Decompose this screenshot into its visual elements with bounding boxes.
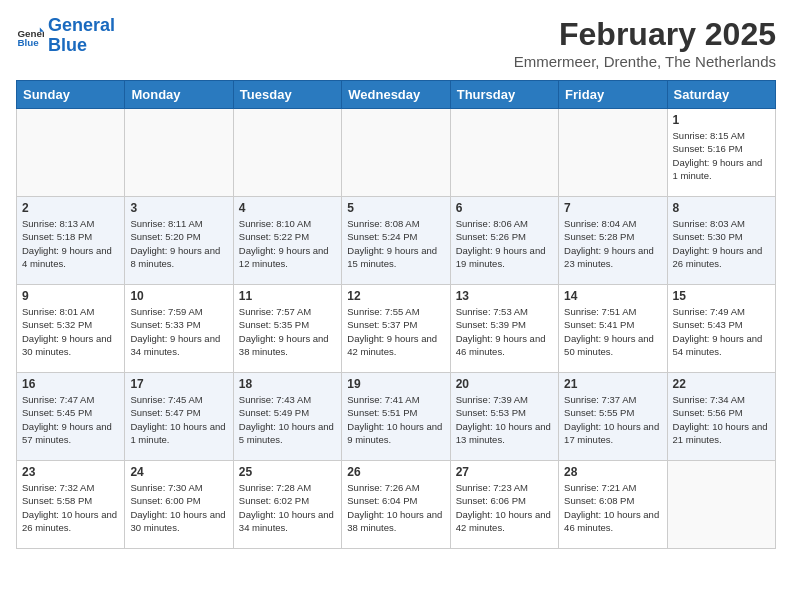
day-number: 1	[673, 113, 770, 127]
calendar-cell: 2Sunrise: 8:13 AM Sunset: 5:18 PM Daylig…	[17, 197, 125, 285]
day-info: Sunrise: 7:37 AM Sunset: 5:55 PM Dayligh…	[564, 393, 661, 446]
calendar-cell: 3Sunrise: 8:11 AM Sunset: 5:20 PM Daylig…	[125, 197, 233, 285]
calendar-cell: 23Sunrise: 7:32 AM Sunset: 5:58 PM Dayli…	[17, 461, 125, 549]
day-info: Sunrise: 7:57 AM Sunset: 5:35 PM Dayligh…	[239, 305, 336, 358]
day-number: 11	[239, 289, 336, 303]
calendar: SundayMondayTuesdayWednesdayThursdayFrid…	[16, 80, 776, 549]
day-number: 7	[564, 201, 661, 215]
day-info: Sunrise: 8:15 AM Sunset: 5:16 PM Dayligh…	[673, 129, 770, 182]
calendar-cell	[125, 109, 233, 197]
day-number: 16	[22, 377, 119, 391]
calendar-cell: 20Sunrise: 7:39 AM Sunset: 5:53 PM Dayli…	[450, 373, 558, 461]
day-info: Sunrise: 8:04 AM Sunset: 5:28 PM Dayligh…	[564, 217, 661, 270]
calendar-cell: 7Sunrise: 8:04 AM Sunset: 5:28 PM Daylig…	[559, 197, 667, 285]
calendar-cell: 1Sunrise: 8:15 AM Sunset: 5:16 PM Daylig…	[667, 109, 775, 197]
month-title: February 2025	[514, 16, 776, 53]
day-info: Sunrise: 8:03 AM Sunset: 5:30 PM Dayligh…	[673, 217, 770, 270]
day-info: Sunrise: 7:30 AM Sunset: 6:00 PM Dayligh…	[130, 481, 227, 534]
calendar-week-row: 9Sunrise: 8:01 AM Sunset: 5:32 PM Daylig…	[17, 285, 776, 373]
col-header-saturday: Saturday	[667, 81, 775, 109]
calendar-cell: 13Sunrise: 7:53 AM Sunset: 5:39 PM Dayli…	[450, 285, 558, 373]
day-info: Sunrise: 7:47 AM Sunset: 5:45 PM Dayligh…	[22, 393, 119, 446]
day-number: 22	[673, 377, 770, 391]
day-info: Sunrise: 7:34 AM Sunset: 5:56 PM Dayligh…	[673, 393, 770, 446]
col-header-friday: Friday	[559, 81, 667, 109]
col-header-monday: Monday	[125, 81, 233, 109]
svg-text:Blue: Blue	[17, 37, 39, 48]
day-info: Sunrise: 7:49 AM Sunset: 5:43 PM Dayligh…	[673, 305, 770, 358]
day-number: 2	[22, 201, 119, 215]
calendar-cell: 11Sunrise: 7:57 AM Sunset: 5:35 PM Dayli…	[233, 285, 341, 373]
day-info: Sunrise: 7:41 AM Sunset: 5:51 PM Dayligh…	[347, 393, 444, 446]
calendar-cell: 15Sunrise: 7:49 AM Sunset: 5:43 PM Dayli…	[667, 285, 775, 373]
day-info: Sunrise: 7:21 AM Sunset: 6:08 PM Dayligh…	[564, 481, 661, 534]
day-info: Sunrise: 8:11 AM Sunset: 5:20 PM Dayligh…	[130, 217, 227, 270]
col-header-wednesday: Wednesday	[342, 81, 450, 109]
calendar-week-row: 23Sunrise: 7:32 AM Sunset: 5:58 PM Dayli…	[17, 461, 776, 549]
calendar-cell	[233, 109, 341, 197]
day-info: Sunrise: 7:59 AM Sunset: 5:33 PM Dayligh…	[130, 305, 227, 358]
calendar-cell: 10Sunrise: 7:59 AM Sunset: 5:33 PM Dayli…	[125, 285, 233, 373]
logo: General Blue General Blue	[16, 16, 115, 56]
calendar-cell: 26Sunrise: 7:26 AM Sunset: 6:04 PM Dayli…	[342, 461, 450, 549]
logo-general: General	[48, 15, 115, 35]
calendar-week-row: 16Sunrise: 7:47 AM Sunset: 5:45 PM Dayli…	[17, 373, 776, 461]
day-number: 15	[673, 289, 770, 303]
calendar-header-row: SundayMondayTuesdayWednesdayThursdayFrid…	[17, 81, 776, 109]
title-area: February 2025 Emmermeer, Drenthe, The Ne…	[514, 16, 776, 70]
calendar-cell	[342, 109, 450, 197]
day-number: 20	[456, 377, 553, 391]
calendar-cell: 22Sunrise: 7:34 AM Sunset: 5:56 PM Dayli…	[667, 373, 775, 461]
calendar-cell	[450, 109, 558, 197]
day-info: Sunrise: 7:32 AM Sunset: 5:58 PM Dayligh…	[22, 481, 119, 534]
day-info: Sunrise: 7:39 AM Sunset: 5:53 PM Dayligh…	[456, 393, 553, 446]
day-number: 17	[130, 377, 227, 391]
calendar-week-row: 1Sunrise: 8:15 AM Sunset: 5:16 PM Daylig…	[17, 109, 776, 197]
day-number: 3	[130, 201, 227, 215]
day-number: 27	[456, 465, 553, 479]
calendar-cell: 14Sunrise: 7:51 AM Sunset: 5:41 PM Dayli…	[559, 285, 667, 373]
day-info: Sunrise: 8:08 AM Sunset: 5:24 PM Dayligh…	[347, 217, 444, 270]
day-number: 28	[564, 465, 661, 479]
day-info: Sunrise: 8:13 AM Sunset: 5:18 PM Dayligh…	[22, 217, 119, 270]
calendar-cell: 16Sunrise: 7:47 AM Sunset: 5:45 PM Dayli…	[17, 373, 125, 461]
header-area: General Blue General Blue February 2025 …	[16, 16, 776, 70]
day-number: 5	[347, 201, 444, 215]
calendar-cell: 6Sunrise: 8:06 AM Sunset: 5:26 PM Daylig…	[450, 197, 558, 285]
calendar-week-row: 2Sunrise: 8:13 AM Sunset: 5:18 PM Daylig…	[17, 197, 776, 285]
day-info: Sunrise: 7:53 AM Sunset: 5:39 PM Dayligh…	[456, 305, 553, 358]
col-header-tuesday: Tuesday	[233, 81, 341, 109]
day-number: 21	[564, 377, 661, 391]
col-header-thursday: Thursday	[450, 81, 558, 109]
day-number: 23	[22, 465, 119, 479]
calendar-cell: 18Sunrise: 7:43 AM Sunset: 5:49 PM Dayli…	[233, 373, 341, 461]
day-number: 14	[564, 289, 661, 303]
calendar-cell	[667, 461, 775, 549]
day-info: Sunrise: 7:51 AM Sunset: 5:41 PM Dayligh…	[564, 305, 661, 358]
day-number: 13	[456, 289, 553, 303]
location-title: Emmermeer, Drenthe, The Netherlands	[514, 53, 776, 70]
day-number: 26	[347, 465, 444, 479]
calendar-cell: 4Sunrise: 8:10 AM Sunset: 5:22 PM Daylig…	[233, 197, 341, 285]
day-number: 18	[239, 377, 336, 391]
day-number: 8	[673, 201, 770, 215]
day-info: Sunrise: 7:23 AM Sunset: 6:06 PM Dayligh…	[456, 481, 553, 534]
day-info: Sunrise: 7:26 AM Sunset: 6:04 PM Dayligh…	[347, 481, 444, 534]
day-info: Sunrise: 8:01 AM Sunset: 5:32 PM Dayligh…	[22, 305, 119, 358]
day-number: 6	[456, 201, 553, 215]
calendar-cell: 19Sunrise: 7:41 AM Sunset: 5:51 PM Dayli…	[342, 373, 450, 461]
col-header-sunday: Sunday	[17, 81, 125, 109]
day-info: Sunrise: 7:45 AM Sunset: 5:47 PM Dayligh…	[130, 393, 227, 446]
day-number: 10	[130, 289, 227, 303]
day-number: 25	[239, 465, 336, 479]
day-number: 24	[130, 465, 227, 479]
calendar-cell: 27Sunrise: 7:23 AM Sunset: 6:06 PM Dayli…	[450, 461, 558, 549]
calendar-cell	[559, 109, 667, 197]
calendar-cell: 12Sunrise: 7:55 AM Sunset: 5:37 PM Dayli…	[342, 285, 450, 373]
day-number: 19	[347, 377, 444, 391]
day-info: Sunrise: 8:06 AM Sunset: 5:26 PM Dayligh…	[456, 217, 553, 270]
day-info: Sunrise: 7:28 AM Sunset: 6:02 PM Dayligh…	[239, 481, 336, 534]
calendar-cell: 5Sunrise: 8:08 AM Sunset: 5:24 PM Daylig…	[342, 197, 450, 285]
day-number: 4	[239, 201, 336, 215]
calendar-cell: 28Sunrise: 7:21 AM Sunset: 6:08 PM Dayli…	[559, 461, 667, 549]
